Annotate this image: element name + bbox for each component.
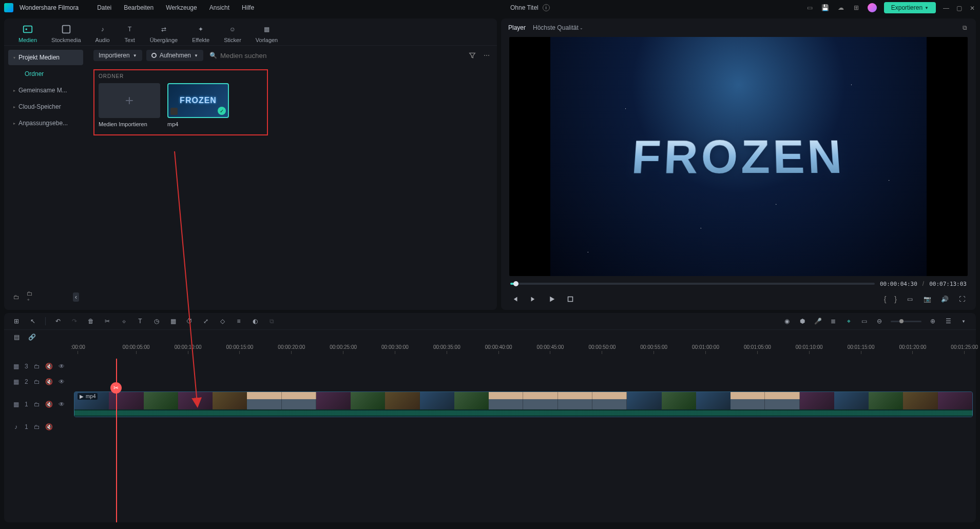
add-track-icon[interactable]: 🗀	[33, 401, 41, 408]
new-folder-icon[interactable]: 🗀⁺	[27, 293, 35, 301]
sidebar-item-shared[interactable]: ▸ Gemeinsame M...	[8, 83, 83, 98]
float-window-icon[interactable]: ⧉	[960, 24, 969, 32]
menu-edit[interactable]: Bearbeiten	[124, 4, 153, 11]
zoom-slider[interactable]	[891, 321, 921, 322]
add-track-icon[interactable]: 🗀	[33, 378, 41, 385]
snapshot-icon[interactable]: 📷	[923, 295, 932, 304]
undo-button[interactable]: ↶	[54, 317, 62, 325]
import-media-thumb[interactable]: + Medien Importieren	[99, 83, 160, 127]
marker-icon[interactable]: ⬢	[798, 317, 806, 325]
delete-button[interactable]: 🗑	[87, 317, 95, 325]
title-button[interactable]: T	[136, 317, 144, 325]
tab-effects[interactable]: ✦ Effekte	[192, 24, 209, 43]
sidebar-item-cloud[interactable]: ▸ Cloud-Speicher	[8, 99, 83, 114]
tab-media[interactable]: Medien	[18, 24, 37, 43]
timer-button[interactable]: ⏱	[185, 317, 194, 325]
zoom-out-button[interactable]: ⊖	[875, 317, 883, 325]
media-clip-box[interactable]: FROZEN ✓	[167, 83, 229, 118]
tab-templates[interactable]: ▦ Vorlagen	[256, 24, 278, 43]
import-button[interactable]: Importieren ▼	[93, 50, 142, 61]
import-media-box[interactable]: +	[99, 83, 160, 118]
progress-thumb[interactable]	[513, 281, 518, 286]
volume-icon[interactable]: 🔊	[940, 295, 949, 304]
mute-track-icon[interactable]: 🔇	[46, 401, 53, 408]
menu-file[interactable]: Datei	[97, 4, 111, 11]
link-icon[interactable]: ▭	[860, 317, 868, 325]
search-input[interactable]	[220, 52, 292, 60]
color-button[interactable]: ▦	[169, 317, 177, 325]
menu-view[interactable]: Ansicht	[209, 4, 229, 11]
list-view-icon[interactable]: ☰	[944, 317, 952, 325]
sidebar-item-folder[interactable]: Ordner	[8, 66, 83, 82]
expand-button[interactable]: ⤢	[202, 317, 210, 325]
mic-icon[interactable]: 🎤	[814, 317, 822, 325]
filter-icon[interactable]	[468, 51, 476, 60]
close-icon[interactable]: ✕	[970, 5, 976, 11]
more-icon[interactable]: ⋯	[483, 51, 491, 60]
keyframe-button[interactable]: ◇	[218, 317, 226, 325]
tracks-icon[interactable]: ▤	[12, 333, 21, 341]
tab-sticker[interactable]: ☺ Sticker	[224, 24, 241, 43]
grid-icon[interactable]: ⊞	[12, 317, 21, 325]
play-button[interactable]	[547, 295, 556, 304]
menu-help[interactable]: Hilfe	[242, 4, 254, 11]
tab-stockmedia[interactable]: Stockmedia	[51, 24, 81, 43]
mask-button[interactable]: ◐	[251, 317, 259, 325]
visibility-icon[interactable]: 👁	[58, 401, 65, 408]
magnet-icon[interactable]: ⌖	[844, 317, 853, 325]
tab-text[interactable]: T Text	[124, 24, 136, 43]
visibility-icon[interactable]: 👁	[58, 363, 65, 370]
save-icon[interactable]: 💾	[821, 4, 830, 12]
prev-frame-button[interactable]	[510, 295, 520, 304]
mute-track-icon[interactable]: 🔇	[46, 423, 53, 430]
quality-selector[interactable]: Höchste Qualität ⌄	[533, 24, 583, 31]
track-body-v2[interactable]	[71, 374, 976, 389]
track-body-v1[interactable]: ▶ mp4	[71, 389, 976, 419]
minimize-icon[interactable]: —	[943, 5, 949, 11]
maximize-icon[interactable]: ▢	[956, 5, 963, 11]
stop-button[interactable]	[566, 295, 575, 304]
mark-out-button[interactable]: }	[894, 295, 897, 303]
apps-icon[interactable]: ⊞	[852, 4, 860, 12]
cut-button[interactable]: ✂	[103, 317, 111, 325]
chevron-down-icon[interactable]: ▼	[959, 317, 968, 325]
tab-audio[interactable]: ♪ Audio	[95, 24, 110, 43]
display-icon[interactable]: ▭	[905, 295, 914, 304]
folder-open-icon[interactable]: 🗀	[12, 293, 21, 301]
export-button[interactable]: Exportieren ▼	[884, 2, 936, 13]
mute-track-icon[interactable]: 🔇	[46, 363, 53, 370]
mute-track-icon[interactable]: 🔇	[46, 378, 53, 385]
track-body-v3[interactable]	[71, 359, 976, 374]
mark-in-button[interactable]: {	[884, 295, 887, 303]
link-toggle-icon[interactable]: 🔗	[28, 333, 36, 341]
screen-icon[interactable]: ▭	[806, 4, 814, 12]
record-button[interactable]: Aufnehmen ▼	[146, 50, 203, 61]
timeline-ruler[interactable]: :00:0000:00:05:0000:00:10:0000:00:15:000…	[71, 344, 976, 359]
visibility-icon[interactable]: 👁	[58, 378, 65, 385]
sidebar-item-project-media[interactable]: ▾ Projekt Medien	[8, 50, 83, 65]
add-track-icon[interactable]: 🗀	[33, 363, 41, 370]
add-track-icon[interactable]: 🗀	[33, 423, 41, 430]
zoom-slider-thumb[interactable]	[899, 319, 904, 323]
zoom-in-button[interactable]: ⊕	[929, 317, 937, 325]
fullscreen-icon[interactable]: ⛶	[957, 295, 967, 304]
track-body-a1[interactable]	[71, 419, 976, 435]
media-clip-thumb[interactable]: FROZEN ✓ mp4	[167, 83, 229, 127]
render-icon[interactable]: ◉	[783, 317, 791, 325]
collapse-sidebar-button[interactable]: ‹	[73, 292, 79, 302]
tab-transitions[interactable]: ⇄ Übergänge	[150, 24, 178, 43]
cloud-icon[interactable]: ☁	[837, 4, 845, 12]
redo-button[interactable]: ↷	[70, 317, 79, 325]
timeline-clip[interactable]: ▶ mp4	[74, 391, 973, 417]
pointer-icon[interactable]: ↖	[29, 317, 37, 325]
user-avatar[interactable]	[868, 3, 877, 12]
speed-button[interactable]: ◷	[152, 317, 161, 325]
group-button[interactable]: ⧉	[267, 317, 276, 325]
mixer-icon[interactable]: ≣	[829, 317, 837, 325]
menu-tools[interactable]: Werkzeuge	[166, 4, 197, 11]
next-frame-button[interactable]	[529, 295, 538, 304]
adjust-button[interactable]: ≡	[235, 317, 243, 325]
crop-button[interactable]: ⟐	[120, 317, 128, 325]
sidebar-item-adjustment[interactable]: ▸ Anpassungsebe...	[8, 115, 83, 131]
info-icon[interactable]: i	[543, 4, 550, 11]
